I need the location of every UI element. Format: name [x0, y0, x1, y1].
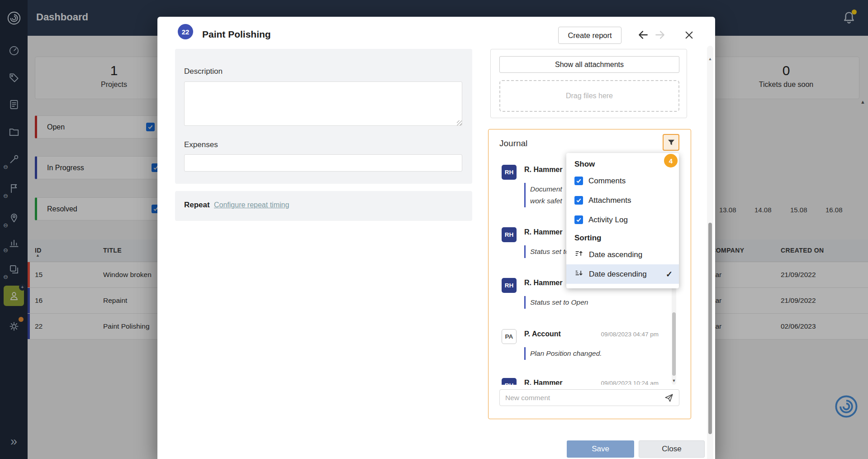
menu-option-label: Activity Log [588, 215, 628, 225]
entry-quote: Status set to Open [524, 296, 588, 309]
journal-filter-menu: 4 Show Comments Attachments Activity Log [566, 153, 679, 288]
menu-option-date-ascending[interactable]: Date ascending [566, 245, 679, 264]
checkbox-checked[interactable] [574, 177, 583, 185]
filter-count-badge: 4 [664, 154, 678, 167]
forward-arrow-icon[interactable] [654, 29, 666, 41]
repeat-panel: Repeat Configure repeat timing [175, 191, 472, 221]
description-label: Description [184, 67, 223, 76]
menu-option-attachments[interactable]: Attachments [566, 191, 679, 210]
screen: Dashboard [0, 0, 868, 459]
journal-filter-button[interactable] [663, 134, 679, 151]
check-icon [576, 217, 582, 223]
entry-time: 09/08/2023 04:47 pm [601, 331, 659, 338]
menu-section-show: Show [566, 156, 679, 171]
modal-scrollbar-thumb[interactable] [708, 223, 712, 434]
entry-quote: Plan Position changed. [524, 347, 602, 360]
ticket-id-badge: 22 [178, 24, 193, 39]
expenses-label: Expenses [184, 140, 218, 149]
menu-option-activity-log[interactable]: Activity Log [566, 210, 679, 230]
expenses-input[interactable] [184, 154, 462, 172]
journal-quote-line: Status set to Open [530, 296, 588, 308]
menu-option-label: Attachments [588, 196, 631, 205]
entry-time: 09/08/2023 10:24 am [601, 380, 659, 385]
menu-option-label: Date ascending [589, 250, 642, 259]
entry-author: P. Account [524, 330, 561, 338]
menu-option-comments[interactable]: Comments [566, 171, 679, 191]
back-arrow-icon[interactable] [637, 29, 649, 41]
journal-quote-line: Document [530, 183, 562, 195]
sort-ascending-icon [574, 249, 583, 260]
entry-author: R. Hammer [524, 228, 562, 236]
send-comment-icon[interactable] [664, 393, 674, 403]
show-all-attachments-button[interactable]: Show all attachments [499, 56, 679, 73]
checkbox-checked[interactable] [574, 196, 583, 205]
avatar: RH [502, 227, 517, 242]
repeat-label: Repeat [184, 201, 210, 210]
journal-quote-line: Plan Position changed. [530, 348, 602, 359]
selected-check-icon: ✓ [666, 269, 673, 279]
avatar: PA [502, 329, 517, 344]
entry-author: R. Hammer [524, 379, 562, 385]
menu-option-label: Date descending [589, 270, 647, 279]
funnel-icon [667, 138, 676, 147]
entry-quote: Document work safet [524, 183, 562, 207]
scroll-down-icon[interactable]: ▼ [671, 378, 677, 383]
avatar: RH [502, 278, 517, 293]
details-panel: Description Expenses [175, 49, 472, 184]
file-dropzone[interactable]: Drag files here [499, 80, 679, 112]
close-button[interactable]: Close [639, 440, 705, 458]
resize-handle[interactable] [457, 120, 462, 125]
check-icon [576, 197, 582, 203]
menu-section-sorting: Sorting [566, 230, 679, 245]
modal-scrollbar[interactable]: ▲ [707, 46, 713, 459]
menu-option-date-descending[interactable]: Date descending ✓ [566, 264, 679, 284]
menu-option-label: Comments [588, 177, 626, 186]
journal-title: Journal [499, 139, 527, 148]
description-textarea[interactable] [184, 81, 462, 126]
journal-quote-line: work safet [530, 195, 562, 207]
scroll-up-icon[interactable]: ▲ [707, 57, 713, 61]
entry-author: R. Hammer [524, 279, 562, 287]
new-comment-input[interactable] [505, 394, 660, 402]
dialog-title: Paint Polishing [202, 29, 271, 40]
attachments-panel: Show all attachments Drag files here [490, 49, 687, 118]
create-report-button[interactable]: Create report [558, 27, 621, 44]
close-icon[interactable] [683, 29, 695, 41]
sort-descending-icon [574, 268, 583, 280]
avatar: RH [502, 165, 517, 180]
journal-scrollbar-thumb[interactable] [672, 312, 676, 376]
checkbox-checked[interactable] [574, 215, 583, 224]
avatar: RH [502, 378, 517, 385]
entry-author: R. Hammer [524, 166, 562, 174]
check-icon [576, 178, 582, 184]
save-button[interactable]: Save [567, 440, 634, 458]
ticket-dialog: 22 Paint Polishing Create report Descrip… [157, 17, 715, 459]
new-comment-box [499, 389, 679, 406]
configure-repeat-link[interactable]: Configure repeat timing [214, 201, 289, 209]
